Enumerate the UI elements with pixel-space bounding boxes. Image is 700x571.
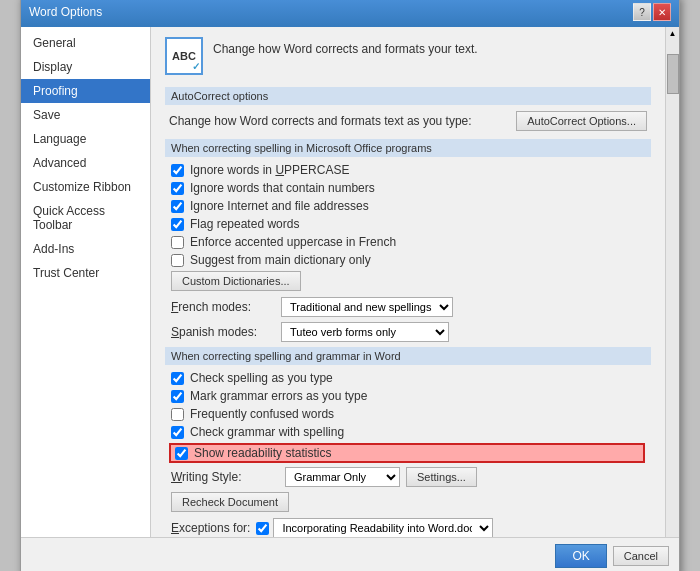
help-button[interactable]: ? [633,3,651,21]
custom-dictionaries-button[interactable]: Custom Dictionaries... [171,271,301,291]
sidebar-item-quick-access[interactable]: Quick Access Toolbar [21,199,150,237]
spanish-modes-row: Spanish modes: Tuteo verb forms only Tut… [165,322,651,342]
checkbox-check-spelling[interactable] [171,372,184,385]
checkbox-row-dictionary: Suggest from main dictionary only [165,253,651,267]
dialog-body: General Display Proofing Save Language A… [21,27,679,537]
scrollbar: ▲ [665,27,679,537]
checkbox-mark-grammar[interactable] [171,390,184,403]
writing-style-row: Writing Style: Grammar Only Grammar & St… [165,467,651,487]
checkbox-row-frequently-confused: Frequently confused words [165,407,651,421]
scrollbar-thumb[interactable] [667,54,679,94]
sidebar-item-advanced[interactable]: Advanced [21,151,150,175]
sidebar-item-display[interactable]: Display [21,55,150,79]
checkbox-label-readability: Show readability statistics [194,446,331,460]
checkbox-numbers[interactable] [171,182,184,195]
title-bar-buttons: ? ✕ [633,3,671,21]
sidebar-item-save[interactable]: Save [21,103,150,127]
spelling-grammar-header: When correcting spelling and grammar in … [165,347,651,365]
sidebar: General Display Proofing Save Language A… [21,27,151,537]
checkbox-label-mark-grammar: Mark grammar errors as you type [190,389,367,403]
checkbox-label-accented: Enforce accented uppercase in French [190,235,396,249]
exceptions-row: Exceptions for: Incorporating Readabilit… [165,518,651,537]
exceptions-checkbox[interactable] [256,522,269,535]
checkbox-dictionary[interactable] [171,254,184,267]
recheck-row: Recheck Document [165,492,651,512]
settings-button[interactable]: Settings... [406,467,477,487]
checkbox-row-repeated: Flag repeated words [165,217,651,231]
title-bar: Word Options ? ✕ [21,0,679,27]
sidebar-item-general[interactable]: General [21,31,150,55]
checkbox-row-mark-grammar: Mark grammar errors as you type [165,389,651,403]
french-modes-select[interactable]: Traditional and new spellings Traditiona… [281,297,453,317]
checkbox-internet[interactable] [171,200,184,213]
checkbox-row-internet: Ignore Internet and file addresses [165,199,651,213]
exceptions-label: Exceptions for: [171,521,250,535]
checkbox-label-dictionary: Suggest from main dictionary only [190,253,371,267]
sidebar-item-proofing[interactable]: Proofing [21,79,150,103]
readability-highlighted-row: Show readability statistics [169,443,645,463]
close-button[interactable]: ✕ [653,3,671,21]
checkbox-label-internet: Ignore Internet and file addresses [190,199,369,213]
checkmark-icon: ✓ [192,61,200,72]
checkbox-label-uppercase: Ignore words in UPPERCASE [190,163,349,177]
sidebar-item-language[interactable]: Language [21,127,150,151]
writing-style-controls: Grammar Only Grammar & Style Settings... [285,467,477,487]
header-area: ABC ✓ Change how Word corrects and forma… [165,37,651,75]
autocorrect-label: Change how Word corrects and formats tex… [169,114,516,128]
checkbox-accented[interactable] [171,236,184,249]
checkbox-row-numbers: Ignore words that contain numbers [165,181,651,195]
checkbox-label-frequently-confused: Frequently confused words [190,407,334,421]
main-content: ABC ✓ Change how Word corrects and forma… [151,27,665,537]
autocorrect-row: Change how Word corrects and formats tex… [165,111,651,131]
cancel-button[interactable]: Cancel [613,546,669,566]
writing-style-label: Writing Style: [171,470,281,484]
autocorrect-section-header: AutoCorrect options [165,87,651,105]
abc-icon: ABC ✓ [165,37,203,75]
checkbox-label-check-grammar: Check grammar with spelling [190,425,344,439]
dialog-title: Word Options [29,5,102,19]
checkbox-row-check-grammar: Check grammar with spelling [165,425,651,439]
checkbox-readability[interactable] [175,447,188,460]
ok-button[interactable]: OK [555,544,606,568]
autocorrect-options-button[interactable]: AutoCorrect Options... [516,111,647,131]
checkbox-label-repeated: Flag repeated words [190,217,299,231]
word-options-dialog: Word Options ? ✕ General Display Proofin… [20,0,680,571]
checkbox-repeated[interactable] [171,218,184,231]
checkbox-row-uppercase: Ignore words in UPPERCASE [165,163,651,177]
exceptions-select[interactable]: Incorporating Readability into Word.docx [273,518,493,537]
french-modes-row: French modes: Traditional and new spelli… [165,297,651,317]
custom-dict-row: Custom Dictionaries... [165,271,651,291]
checkbox-label-check-spelling: Check spelling as you type [190,371,333,385]
checkbox-frequently-confused[interactable] [171,408,184,421]
header-description: Change how Word corrects and formats you… [213,37,478,58]
spanish-modes-select[interactable]: Tuteo verb forms only Tuteo and Voseo ve… [281,322,449,342]
sidebar-item-customize-ribbon[interactable]: Customize Ribbon [21,175,150,199]
spanish-modes-label: Spanish modes: [171,325,281,339]
checkbox-uppercase[interactable] [171,164,184,177]
checkbox-check-grammar[interactable] [171,426,184,439]
writing-style-select[interactable]: Grammar Only Grammar & Style [285,467,400,487]
dialog-footer: OK Cancel [21,537,679,571]
spelling-office-header: When correcting spelling in Microsoft Of… [165,139,651,157]
sidebar-item-trust-center[interactable]: Trust Center [21,261,150,285]
scroll-up-arrow[interactable]: ▲ [667,27,679,40]
checkbox-label-numbers: Ignore words that contain numbers [190,181,375,195]
checkbox-row-accented: Enforce accented uppercase in French [165,235,651,249]
sidebar-item-add-ins[interactable]: Add-Ins [21,237,150,261]
recheck-document-button[interactable]: Recheck Document [171,492,289,512]
checkbox-row-check-spelling: Check spelling as you type [165,371,651,385]
french-modes-label: French modes: [171,300,281,314]
